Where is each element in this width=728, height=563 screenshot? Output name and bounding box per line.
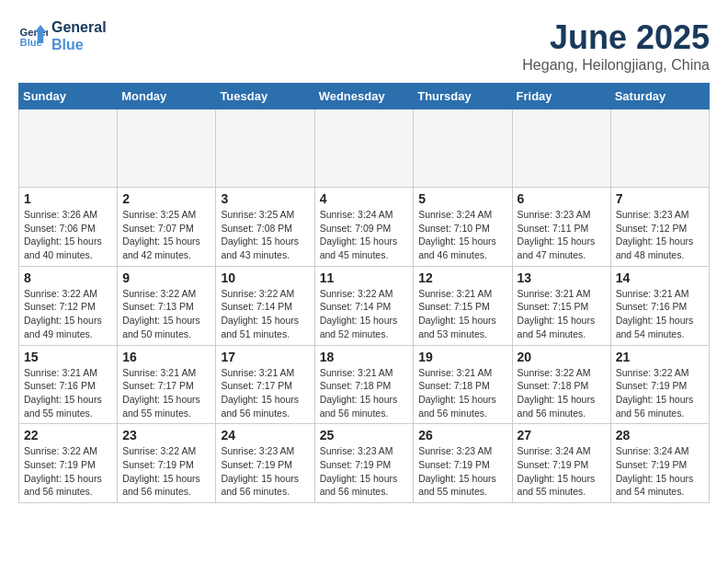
week-row-1 — [19, 109, 710, 188]
day-info: Sunrise: 3:25 AMSunset: 7:08 PMDaylight:… — [221, 208, 309, 262]
calendar-cell: 22Sunrise: 3:22 AMSunset: 7:19 PMDayligh… — [19, 424, 118, 503]
day-info: Sunrise: 3:22 AMSunset: 7:19 PMDaylight:… — [24, 444, 112, 499]
day-info: Sunrise: 3:21 AMSunset: 7:16 PMDaylight:… — [616, 287, 704, 341]
calendar-cell: 11Sunrise: 3:22 AMSunset: 7:14 PMDayligh… — [314, 266, 414, 345]
day-info: Sunrise: 3:22 AMSunset: 7:12 PMDaylight:… — [24, 287, 112, 341]
day-info: Sunrise: 3:24 AMSunset: 7:09 PMDaylight:… — [320, 208, 409, 262]
day-number: 13 — [518, 270, 606, 285]
week-row-4: 15Sunrise: 3:21 AMSunset: 7:16 PMDayligh… — [19, 345, 710, 424]
day-number: 23 — [122, 428, 210, 442]
day-info: Sunrise: 3:21 AMSunset: 7:17 PMDaylight:… — [221, 366, 309, 420]
day-number: 24 — [221, 428, 309, 442]
day-info: Sunrise: 3:22 AMSunset: 7:18 PMDaylight:… — [518, 366, 606, 420]
col-wednesday: Wednesday — [314, 84, 414, 109]
day-info: Sunrise: 3:22 AMSunset: 7:13 PMDaylight:… — [122, 287, 210, 341]
calendar-cell: 5Sunrise: 3:24 AMSunset: 7:10 PMDaylight… — [414, 188, 512, 267]
day-info: Sunrise: 3:24 AMSunset: 7:19 PMDaylight:… — [518, 444, 606, 499]
calendar-cell: 17Sunrise: 3:21 AMSunset: 7:17 PMDayligh… — [216, 345, 314, 424]
calendar-cell: 10Sunrise: 3:22 AMSunset: 7:14 PMDayligh… — [216, 266, 314, 345]
day-number: 22 — [24, 428, 112, 442]
day-info: Sunrise: 3:23 AMSunset: 7:19 PMDaylight:… — [320, 444, 409, 499]
calendar-cell: 24Sunrise: 3:23 AMSunset: 7:19 PMDayligh… — [216, 424, 314, 503]
day-info: Sunrise: 3:24 AMSunset: 7:10 PMDaylight:… — [418, 208, 506, 262]
calendar-cell: 13Sunrise: 3:21 AMSunset: 7:15 PMDayligh… — [512, 266, 610, 345]
logo-blue: Blue — [51, 36, 107, 53]
day-info: Sunrise: 3:21 AMSunset: 7:18 PMDaylight:… — [320, 366, 409, 420]
day-number: 2 — [122, 191, 210, 206]
day-number: 10 — [221, 270, 309, 285]
day-number: 16 — [122, 350, 210, 364]
col-sunday: Sunday — [19, 84, 118, 109]
calendar-cell: 16Sunrise: 3:21 AMSunset: 7:17 PMDayligh… — [118, 345, 216, 424]
day-number: 15 — [24, 350, 112, 364]
calendar-cell: 4Sunrise: 3:24 AMSunset: 7:09 PMDaylight… — [314, 188, 414, 267]
calendar-cell — [414, 109, 512, 188]
day-number: 18 — [320, 350, 409, 364]
day-number: 5 — [418, 191, 506, 206]
logo: General Blue General Blue — [18, 18, 107, 53]
day-number: 20 — [518, 350, 606, 364]
day-number: 19 — [418, 350, 506, 364]
calendar-cell: 6Sunrise: 3:23 AMSunset: 7:11 PMDaylight… — [512, 188, 610, 267]
title-area: June 2025 Hegang, Heilongjiang, China — [522, 18, 710, 74]
day-info: Sunrise: 3:24 AMSunset: 7:19 PMDaylight:… — [616, 444, 704, 499]
calendar-cell: 15Sunrise: 3:21 AMSunset: 7:16 PMDayligh… — [19, 345, 118, 424]
day-info: Sunrise: 3:21 AMSunset: 7:16 PMDaylight:… — [24, 366, 112, 420]
day-info: Sunrise: 3:23 AMSunset: 7:19 PMDaylight:… — [221, 444, 309, 499]
calendar-cell: 1Sunrise: 3:26 AMSunset: 7:06 PMDaylight… — [19, 188, 118, 267]
day-number: 26 — [418, 428, 506, 442]
week-row-2: 1Sunrise: 3:26 AMSunset: 7:06 PMDaylight… — [19, 188, 710, 267]
calendar-cell: 18Sunrise: 3:21 AMSunset: 7:18 PMDayligh… — [314, 345, 414, 424]
calendar-cell — [610, 109, 709, 188]
day-info: Sunrise: 3:21 AMSunset: 7:18 PMDaylight:… — [418, 366, 506, 420]
day-info: Sunrise: 3:22 AMSunset: 7:14 PMDaylight:… — [320, 287, 409, 341]
day-info: Sunrise: 3:23 AMSunset: 7:12 PMDaylight:… — [616, 208, 704, 262]
day-info: Sunrise: 3:21 AMSunset: 7:15 PMDaylight:… — [518, 287, 606, 341]
calendar-cell — [19, 109, 118, 188]
day-info: Sunrise: 3:21 AMSunset: 7:15 PMDaylight:… — [418, 287, 506, 341]
day-info: Sunrise: 3:22 AMSunset: 7:19 PMDaylight:… — [122, 444, 210, 499]
day-number: 9 — [122, 270, 210, 285]
day-number: 3 — [221, 191, 309, 206]
day-number: 21 — [616, 350, 704, 364]
logo-icon: General Blue — [18, 21, 48, 51]
calendar-cell — [314, 109, 414, 188]
day-number: 12 — [418, 270, 506, 285]
calendar-cell: 14Sunrise: 3:21 AMSunset: 7:16 PMDayligh… — [610, 266, 709, 345]
calendar-cell: 7Sunrise: 3:23 AMSunset: 7:12 PMDaylight… — [610, 188, 709, 267]
calendar-cell: 25Sunrise: 3:23 AMSunset: 7:19 PMDayligh… — [314, 424, 414, 503]
day-info: Sunrise: 3:26 AMSunset: 7:06 PMDaylight:… — [24, 208, 112, 262]
day-number: 4 — [320, 191, 409, 206]
calendar-cell: 19Sunrise: 3:21 AMSunset: 7:18 PMDayligh… — [414, 345, 512, 424]
calendar-cell — [118, 109, 216, 188]
col-thursday: Thursday — [414, 84, 512, 109]
calendar-cell: 8Sunrise: 3:22 AMSunset: 7:12 PMDaylight… — [19, 266, 118, 345]
calendar-header-row: Sunday Monday Tuesday Wednesday Thursday… — [19, 84, 710, 109]
month-title: June 2025 — [522, 18, 710, 57]
day-number: 27 — [518, 428, 606, 442]
week-row-5: 22Sunrise: 3:22 AMSunset: 7:19 PMDayligh… — [19, 424, 710, 503]
day-number: 25 — [320, 428, 409, 442]
col-saturday: Saturday — [610, 84, 709, 109]
calendar-cell: 23Sunrise: 3:22 AMSunset: 7:19 PMDayligh… — [118, 424, 216, 503]
calendar-cell: 3Sunrise: 3:25 AMSunset: 7:08 PMDaylight… — [216, 188, 314, 267]
calendar-cell: 2Sunrise: 3:25 AMSunset: 7:07 PMDaylight… — [118, 188, 216, 267]
day-info: Sunrise: 3:22 AMSunset: 7:14 PMDaylight:… — [221, 287, 309, 341]
header: General Blue General Blue June 2025 Hega… — [18, 18, 710, 74]
day-number: 14 — [616, 270, 704, 285]
calendar-cell — [512, 109, 610, 188]
calendar-cell: 9Sunrise: 3:22 AMSunset: 7:13 PMDaylight… — [118, 266, 216, 345]
location-title: Hegang, Heilongjiang, China — [522, 57, 710, 74]
day-info: Sunrise: 3:23 AMSunset: 7:19 PMDaylight:… — [418, 444, 506, 499]
calendar-cell — [216, 109, 314, 188]
day-number: 28 — [616, 428, 704, 442]
calendar-cell: 21Sunrise: 3:22 AMSunset: 7:19 PMDayligh… — [610, 345, 709, 424]
day-info: Sunrise: 3:25 AMSunset: 7:07 PMDaylight:… — [122, 208, 210, 262]
day-number: 11 — [320, 270, 409, 285]
day-number: 1 — [24, 191, 112, 206]
col-monday: Monday — [118, 84, 216, 109]
calendar-cell: 27Sunrise: 3:24 AMSunset: 7:19 PMDayligh… — [512, 424, 610, 503]
calendar: Sunday Monday Tuesday Wednesday Thursday… — [18, 83, 710, 503]
calendar-cell: 28Sunrise: 3:24 AMSunset: 7:19 PMDayligh… — [610, 424, 709, 503]
day-number: 6 — [518, 191, 606, 206]
